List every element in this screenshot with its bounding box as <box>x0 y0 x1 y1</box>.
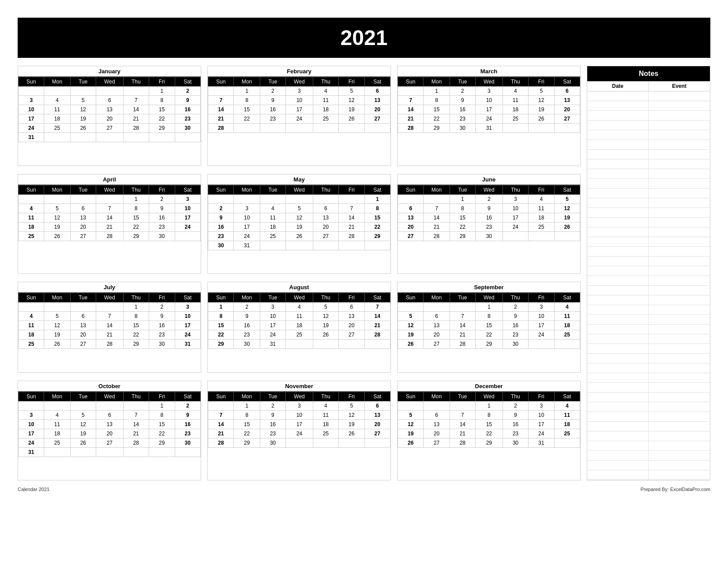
cal-table-january: SunMonTueWedThuFriSat1234567891011121314… <box>18 77 201 142</box>
notes-date-cell <box>587 247 649 256</box>
cal-day <box>44 87 70 96</box>
notes-row <box>587 363 710 373</box>
cal-day <box>313 340 338 349</box>
day-header-fri: Fri <box>339 185 364 194</box>
cal-day <box>44 133 70 142</box>
day-header-mon: Mon <box>44 392 70 401</box>
cal-day: 15 <box>123 321 149 330</box>
cal-day: 18 <box>313 105 338 114</box>
cal-day: 5 <box>529 87 554 96</box>
cal-day: 25 <box>44 124 70 133</box>
cal-day: 17 <box>19 114 44 124</box>
cal-day: 4 <box>554 401 580 410</box>
cal-day: 24 <box>19 124 44 133</box>
cal-day: 2 <box>175 401 201 410</box>
day-header-mon: Mon <box>234 293 260 302</box>
day-header-fri: Fri <box>149 185 175 194</box>
cal-day: 27 <box>424 438 450 447</box>
notes-event-cell <box>649 198 710 208</box>
month-december: DecemberSunMonTueWedThuFriSat12345678910… <box>397 381 581 481</box>
day-header-sun: Sun <box>19 392 44 401</box>
cal-day: 23 <box>149 222 175 231</box>
day-header-sat: Sat <box>364 185 390 194</box>
cal-day: 18 <box>554 419 580 429</box>
cal-day: 28 <box>123 124 149 133</box>
cal-day: 28 <box>450 438 475 447</box>
notes-event-cell <box>649 295 710 305</box>
cal-day <box>19 87 44 96</box>
day-header-mon: Mon <box>424 392 450 401</box>
cal-day: 10 <box>286 96 313 105</box>
cal-day <box>123 87 149 96</box>
notes-date-cell <box>587 412 649 421</box>
notes-row <box>587 470 710 480</box>
cal-day <box>398 302 424 312</box>
cal-day: 21 <box>208 429 234 438</box>
cal-day: 18 <box>529 213 554 222</box>
day-header-thu: Thu <box>503 77 528 87</box>
notes-date-cell <box>587 101 649 110</box>
notes-row <box>587 257 710 266</box>
cal-day: 25 <box>260 231 285 241</box>
cal-day: 9 <box>175 410 201 419</box>
cal-day: 13 <box>424 419 450 429</box>
day-header-mon: Mon <box>44 293 70 302</box>
notes-row <box>587 130 710 140</box>
cal-day: 20 <box>96 114 124 124</box>
cal-day <box>554 231 580 241</box>
cal-day: 1 <box>208 302 234 312</box>
notes-date-cell <box>587 305 649 314</box>
notes-row <box>587 189 710 198</box>
cal-day: 25 <box>503 114 528 124</box>
cal-day <box>208 87 234 96</box>
cal-day <box>364 438 390 447</box>
cal-day: 25 <box>313 114 338 124</box>
cal-day <box>398 401 424 410</box>
cal-day <box>19 302 44 312</box>
cal-day: 26 <box>398 340 424 349</box>
cal-day: 3 <box>286 87 313 96</box>
day-header-thu: Thu <box>313 185 338 194</box>
cal-table-july: SunMonTueWedThuFriSat1234567891011121314… <box>18 293 201 349</box>
cal-day: 17 <box>529 419 554 429</box>
cal-day <box>96 401 124 410</box>
notes-row <box>587 286 710 295</box>
cal-day: 16 <box>450 105 475 114</box>
notes-date-cell <box>587 344 649 353</box>
day-header-mon: Mon <box>424 293 450 302</box>
cal-day: 8 <box>476 410 503 419</box>
month-may: MaySunMonTueWedThuFriSat1234567891011121… <box>207 174 391 274</box>
cal-day: 27 <box>313 231 338 241</box>
day-header-tue: Tue <box>260 293 285 302</box>
cal-day <box>260 241 285 250</box>
cal-day: 10 <box>286 410 313 419</box>
cal-day <box>208 401 234 410</box>
cal-day: 29 <box>149 124 175 133</box>
cal-day: 24 <box>19 438 44 447</box>
cal-day: 22 <box>149 429 175 438</box>
cal-day: 10 <box>476 96 503 105</box>
cal-day: 14 <box>208 105 234 114</box>
cal-day: 10 <box>19 419 44 429</box>
cal-day: 19 <box>339 105 364 114</box>
month-title-april: April <box>18 174 201 185</box>
notes-row <box>587 121 710 130</box>
cal-day: 7 <box>398 96 424 105</box>
notes-event-cell <box>649 150 710 159</box>
cal-day: 21 <box>208 114 234 124</box>
cal-day: 18 <box>286 321 313 330</box>
notes-event-cell <box>649 266 710 276</box>
cal-day <box>450 302 475 312</box>
cal-day: 20 <box>96 429 124 438</box>
cal-day: 7 <box>339 204 364 213</box>
cal-day: 11 <box>554 410 580 419</box>
cal-day: 28 <box>339 231 364 241</box>
month-june: JuneSunMonTueWedThuFriSat123456789101112… <box>397 174 581 274</box>
cal-day: 19 <box>44 222 70 231</box>
cal-day: 3 <box>175 194 201 204</box>
month-august: AugustSunMonTueWedThuFriSat1234567891011… <box>207 282 391 373</box>
notes-event-cell <box>649 208 710 217</box>
notes-date-cell <box>587 276 649 285</box>
cal-day: 21 <box>339 222 364 231</box>
cal-day: 16 <box>503 321 528 330</box>
